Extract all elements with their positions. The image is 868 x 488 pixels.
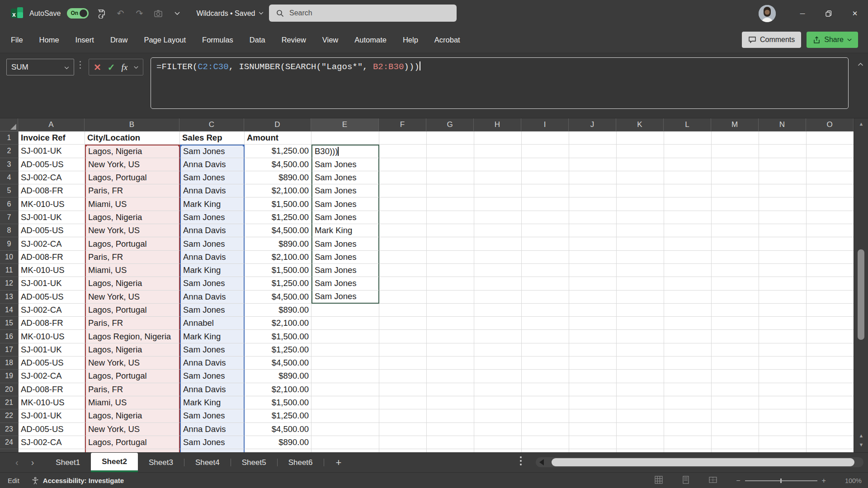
cell-A24[interactable]: SJ-002-CA (19, 436, 85, 449)
cell-A8[interactable]: AD-005-US (19, 224, 85, 237)
column-header-l[interactable]: L (664, 118, 711, 131)
cell-B15[interactable]: Paris, FR (85, 317, 180, 330)
cell-I11[interactable] (522, 264, 569, 277)
cell-B11[interactable]: Miami, US (85, 264, 180, 277)
cell-M6[interactable] (712, 197, 759, 211)
cell-J16[interactable] (569, 330, 617, 343)
cell-O6[interactable] (807, 197, 854, 211)
cell-J3[interactable] (569, 158, 617, 171)
cell-K13[interactable] (617, 291, 664, 304)
cell-N9[interactable] (759, 237, 807, 250)
cell-I14[interactable] (522, 304, 569, 317)
cell-B12[interactable]: Lagos, Nigeria (85, 277, 180, 290)
name-box[interactable]: SUM (6, 59, 74, 75)
cell-I18[interactable] (522, 357, 569, 370)
cell-L24[interactable] (664, 436, 712, 449)
normal-view-icon[interactable] (655, 476, 663, 486)
cell-I6[interactable] (522, 197, 569, 211)
cell-J8[interactable] (569, 224, 617, 237)
zoom-in-icon[interactable]: + (822, 477, 826, 485)
cell-D20[interactable]: $2,100.00 (245, 383, 311, 396)
cell-E17[interactable] (311, 343, 379, 357)
cell-O17[interactable] (807, 343, 854, 357)
cell-H8[interactable] (474, 224, 522, 237)
cell-G2[interactable] (427, 145, 474, 158)
row-header-21[interactable]: 21 (0, 396, 19, 409)
cell-L14[interactable] (664, 304, 712, 317)
cell-F6[interactable] (379, 197, 427, 211)
cell-C9[interactable]: Sam Jones (180, 237, 245, 250)
cell-H14[interactable] (474, 304, 522, 317)
row-header-20[interactable]: 20 (0, 383, 19, 396)
sheet-tab-sheet4[interactable]: Sheet4 (184, 453, 231, 472)
cell-I19[interactable] (522, 370, 569, 383)
cell-C3[interactable]: Anna Davis (180, 158, 245, 171)
cell-N16[interactable] (759, 330, 807, 343)
cell-B18[interactable]: New York, US (85, 357, 180, 370)
insert-function-icon[interactable]: fx (122, 62, 128, 72)
cell-M19[interactable] (712, 370, 759, 383)
cell-K20[interactable] (617, 383, 664, 396)
cell-J15[interactable] (569, 317, 617, 330)
cell-M23[interactable] (712, 423, 759, 436)
cell-F15[interactable] (379, 317, 427, 330)
row-header-23[interactable]: 23 (0, 423, 19, 436)
cell-L10[interactable] (664, 251, 712, 264)
cell-F4[interactable] (379, 171, 427, 184)
cell-I10[interactable] (522, 251, 569, 264)
cell-L17[interactable] (664, 343, 712, 357)
cell-J2[interactable] (569, 145, 617, 158)
cell-G23[interactable] (427, 423, 474, 436)
tab-review[interactable]: Review (282, 36, 306, 44)
cell-D4[interactable]: $890.00 (245, 171, 311, 184)
row-header-7[interactable]: 7 (0, 211, 19, 224)
cell-D1[interactable]: Amount (245, 131, 311, 145)
cell-D9[interactable]: $890.00 (245, 237, 311, 250)
cell-N7[interactable] (759, 211, 807, 224)
page-break-view-icon[interactable] (709, 476, 717, 486)
cell-H1[interactable] (474, 131, 522, 145)
cell-F8[interactable] (379, 224, 427, 237)
cell-A1[interactable]: Invoice Ref (19, 131, 85, 145)
cell-D11[interactable]: $1,500.00 (245, 264, 311, 277)
cell-G4[interactable] (427, 171, 474, 184)
column-header-a[interactable]: A (18, 118, 85, 131)
cell-K19[interactable] (617, 370, 664, 383)
cell-J21[interactable] (569, 396, 617, 409)
row-header-13[interactable]: 13 (0, 291, 19, 304)
cell-H18[interactable] (474, 357, 522, 370)
cell-G21[interactable] (427, 396, 474, 409)
row-header-1[interactable]: 1 (0, 131, 19, 145)
cell-K1[interactable] (617, 131, 664, 145)
cell-I23[interactable] (522, 423, 569, 436)
cell-D21[interactable]: $1,500.00 (245, 396, 311, 409)
next-sheet-icon[interactable]: › (31, 457, 34, 468)
save-icon[interactable] (95, 7, 108, 20)
close-button[interactable]: ✕ (842, 0, 868, 27)
cell-B3[interactable]: New York, US (85, 158, 180, 171)
cell-O22[interactable] (807, 409, 854, 422)
cell-E22[interactable] (311, 409, 379, 422)
cell-H22[interactable] (474, 409, 522, 422)
cell-G24[interactable] (427, 436, 474, 449)
cell-G5[interactable] (427, 184, 474, 197)
cell-K15[interactable] (617, 317, 664, 330)
cell-E10[interactable]: Sam Jones (311, 251, 379, 264)
cell-L22[interactable] (664, 409, 712, 422)
cell-J7[interactable] (569, 211, 617, 224)
cell-B13[interactable]: New York, US (85, 291, 180, 304)
cell-E25[interactable] (311, 449, 379, 452)
cell-L9[interactable] (664, 237, 712, 250)
cancel-entry-icon[interactable]: ✕ (94, 62, 101, 73)
cell-C4[interactable]: Sam Jones (180, 171, 245, 184)
cell-J20[interactable] (569, 383, 617, 396)
cell-J4[interactable] (569, 171, 617, 184)
cell-M10[interactable] (712, 251, 759, 264)
formula-bar-collapse-icon[interactable] (858, 60, 863, 67)
cell-I15[interactable] (522, 317, 569, 330)
row-header-12[interactable]: 12 (0, 277, 19, 290)
cell-D23[interactable]: $4,500.00 (245, 423, 311, 436)
cell-I22[interactable] (522, 409, 569, 422)
sheet-tab-sheet6[interactable]: Sheet6 (278, 453, 324, 472)
zoom-slider-thumb[interactable] (780, 479, 782, 483)
